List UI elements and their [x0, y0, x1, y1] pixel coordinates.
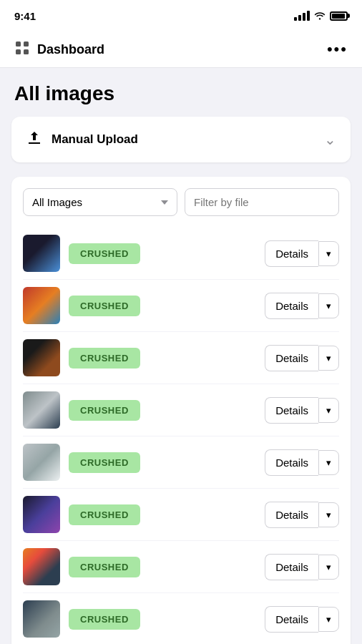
list-item: CRUSHED Details ▾: [23, 540, 339, 592]
svg-rect-3: [24, 49, 29, 54]
list-item: CRUSHED Details ▾: [23, 488, 339, 540]
status-badge: CRUSHED: [69, 400, 140, 421]
upload-card[interactable]: Manual Upload ⌄: [11, 117, 351, 162]
details-button[interactable]: Details: [265, 502, 318, 528]
list-item: CRUSHED Details ▾: [23, 384, 339, 436]
svg-rect-0: [16, 42, 21, 47]
status-icons: [294, 11, 348, 21]
row-actions: Details ▾: [265, 606, 339, 633]
status-badge: CRUSHED: [69, 557, 140, 577]
filter-row: All Images Crushed Pending: [23, 188, 339, 216]
list-item: CRUSHED Details ▾: [23, 228, 339, 279]
upload-icon: [26, 130, 43, 150]
status-badge: CRUSHED: [69, 348, 140, 369]
svg-rect-2: [16, 49, 21, 54]
thumbnail: [23, 391, 60, 429]
thumbnail: [23, 235, 60, 272]
row-actions: Details ▾: [265, 240, 339, 267]
status-badge: CRUSHED: [69, 609, 140, 630]
status-time: 9:41: [14, 10, 36, 22]
dropdown-button[interactable]: ▾: [318, 555, 339, 580]
row-actions: Details ▾: [265, 502, 339, 528]
row-actions: Details ▾: [265, 554, 339, 580]
thumbnail: [23, 287, 60, 324]
list-item: CRUSHED Details ▾: [23, 331, 339, 384]
dropdown-button[interactable]: ▾: [318, 293, 339, 318]
details-button[interactable]: Details: [265, 345, 318, 371]
filter-input[interactable]: [185, 188, 339, 216]
header-title: Dashboard: [37, 42, 104, 57]
status-badge: CRUSHED: [69, 452, 140, 473]
battery-icon: [330, 11, 348, 21]
dropdown-button[interactable]: ▾: [318, 450, 339, 475]
svg-rect-1: [24, 42, 29, 47]
list-item: CRUSHED Details ▾: [23, 279, 339, 331]
thumbnail: [23, 444, 60, 481]
row-actions: Details ▾: [265, 449, 339, 476]
header-left: Dashboard: [14, 40, 104, 59]
list-item: CRUSHED Details ▾: [23, 592, 339, 644]
upload-left: Manual Upload: [26, 130, 138, 150]
dropdown-button[interactable]: ▾: [318, 502, 339, 527]
row-actions: Details ▾: [265, 293, 339, 319]
list-item: CRUSHED Details ▾: [23, 436, 339, 488]
dropdown-button[interactable]: ▾: [318, 607, 339, 632]
chevron-down-icon: ⌄: [324, 131, 336, 148]
row-actions: Details ▾: [265, 345, 339, 371]
header: Dashboard •••: [0, 31, 362, 68]
details-button[interactable]: Details: [265, 449, 318, 476]
thumbnail: [23, 600, 60, 638]
page-title: All images: [0, 68, 362, 117]
status-badge: CRUSHED: [69, 504, 140, 525]
dropdown-button[interactable]: ▾: [318, 398, 339, 423]
rows-container: CRUSHED Details ▾ CRUSHED Details ▾ CRUS…: [23, 228, 339, 644]
more-menu-button[interactable]: •••: [327, 40, 348, 59]
details-button[interactable]: Details: [265, 240, 318, 267]
filter-select[interactable]: All Images Crushed Pending: [23, 188, 177, 216]
status-bar: 9:41: [0, 0, 362, 31]
dropdown-button[interactable]: ▾: [318, 346, 339, 371]
thumbnail: [23, 496, 60, 533]
row-actions: Details ▾: [265, 397, 339, 424]
status-badge: CRUSHED: [69, 243, 140, 264]
status-badge: CRUSHED: [69, 296, 140, 316]
grid-icon: [14, 40, 30, 59]
thumbnail: [23, 339, 60, 376]
wifi-icon: [314, 11, 326, 20]
details-button[interactable]: Details: [265, 397, 318, 424]
upload-label: Manual Upload: [52, 132, 138, 147]
details-button[interactable]: Details: [265, 293, 318, 319]
details-button[interactable]: Details: [265, 554, 318, 580]
dropdown-button[interactable]: ▾: [318, 241, 339, 266]
thumbnail: [23, 548, 60, 585]
images-container: All Images Crushed Pending CRUSHED Detai…: [11, 177, 351, 644]
details-button[interactable]: Details: [265, 606, 318, 633]
signal-icon: [294, 11, 310, 21]
